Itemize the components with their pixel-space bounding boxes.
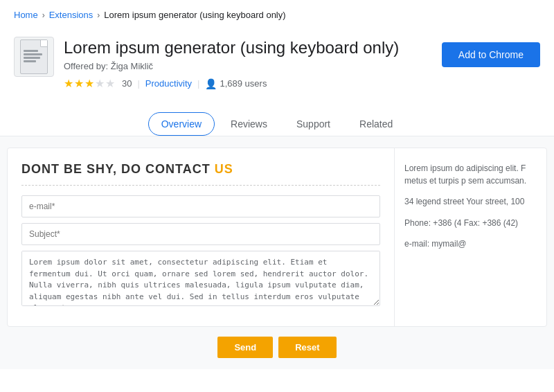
contact-address: 34 legend street Your street, 100 (404, 195, 537, 208)
tab-support[interactable]: Support (283, 112, 343, 136)
users-info: 👤 1,689 users (205, 78, 267, 89)
meta-separator: | (137, 78, 139, 89)
breadcrumb-current: Lorem ipsum generator (using keyboard on… (104, 10, 285, 20)
form-buttons: Send Reset (7, 337, 547, 358)
icon-line-1 (24, 50, 38, 52)
message-textarea[interactable]: Lorem ipsum dolor sit amet, consectetur … (21, 251, 380, 306)
subject-input[interactable] (21, 223, 380, 245)
header-left: Lorem ipsum generator (using keyboard on… (14, 37, 434, 90)
contact-title: DONT BE SHY, DO CONTACT US (21, 162, 380, 177)
reset-button[interactable]: Reset (278, 337, 336, 358)
contact-title-text: DONT BE SHY, DO CONTACT (21, 162, 215, 176)
offered-label: Offered by: (64, 61, 108, 71)
star-4: ★ (95, 77, 105, 90)
inner-card: DONT BE SHY, DO CONTACT US Lorem ipsum d… (7, 148, 547, 327)
breadcrumb-home[interactable]: Home (14, 10, 38, 20)
users-icon: 👤 (205, 78, 217, 89)
tab-related[interactable]: Related (346, 112, 406, 136)
add-to-chrome-button[interactable]: Add to Chrome (442, 42, 540, 67)
users-count: 1,689 users (220, 78, 267, 89)
email-input[interactable] (21, 195, 380, 217)
icon-line-2 (24, 53, 42, 55)
extension-info: Lorem ipsum generator (using keyboard on… (64, 37, 434, 90)
extension-title: Lorem ipsum generator (using keyboard on… (64, 37, 434, 58)
contact-email: e-mail: mymail@ (404, 239, 537, 249)
star-5: ★ (105, 77, 115, 90)
icon-fold (40, 40, 47, 47)
star-rating: ★ ★ ★ ★ ★ (64, 77, 115, 90)
send-button[interactable]: Send (217, 337, 273, 358)
star-1: ★ (64, 77, 73, 90)
tab-reviews[interactable]: Reviews (217, 112, 280, 136)
meta-separator-2: | (197, 78, 199, 89)
contact-form-area: DONT BE SHY, DO CONTACT US Lorem ipsum d… (8, 148, 394, 326)
contact-phone: Phone: +386 (4 Fax: +386 (42) (404, 217, 537, 230)
breadcrumb-sep-2: › (97, 10, 100, 20)
tabs-bar: Overview Reviews Support Related (0, 101, 554, 136)
breadcrumb: Home › Extensions › Lorem ipsum generato… (0, 0, 554, 30)
tab-overview[interactable]: Overview (148, 112, 215, 136)
icon-line-3 (24, 57, 40, 59)
contact-title-highlight: US (215, 162, 233, 176)
content-area: DONT BE SHY, DO CONTACT US Lorem ipsum d… (0, 136, 554, 369)
extension-offered: Offered by: Žiga Miklič (64, 61, 434, 71)
page-wrapper: Home › Extensions › Lorem ipsum generato… (0, 0, 554, 392)
breadcrumb-sep-1: › (42, 10, 45, 20)
tabs-inner: Overview Reviews Support Related (148, 112, 406, 136)
rating-count: 30 (122, 78, 132, 89)
category-tag[interactable]: Productivity (145, 78, 192, 89)
header-row: Lorem ipsum generator (using keyboard on… (0, 30, 554, 101)
extension-meta: ★ ★ ★ ★ ★ 30 | Productivity | 👤 1,689 us… (64, 77, 434, 90)
contact-divider (21, 185, 380, 186)
icon-line-4 (24, 60, 36, 62)
extension-icon-inner (20, 39, 48, 74)
star-3: ★ (84, 77, 94, 90)
offered-by: Žiga Miklič (111, 61, 153, 71)
contact-info-sidebar: Lorem ipsum do adipiscing elit. F metus … (394, 148, 546, 326)
contact-description: Lorem ipsum do adipiscing elit. F metus … (404, 162, 537, 187)
star-2: ★ (74, 77, 84, 90)
breadcrumb-extensions[interactable]: Extensions (49, 10, 93, 20)
extension-icon (14, 37, 54, 77)
